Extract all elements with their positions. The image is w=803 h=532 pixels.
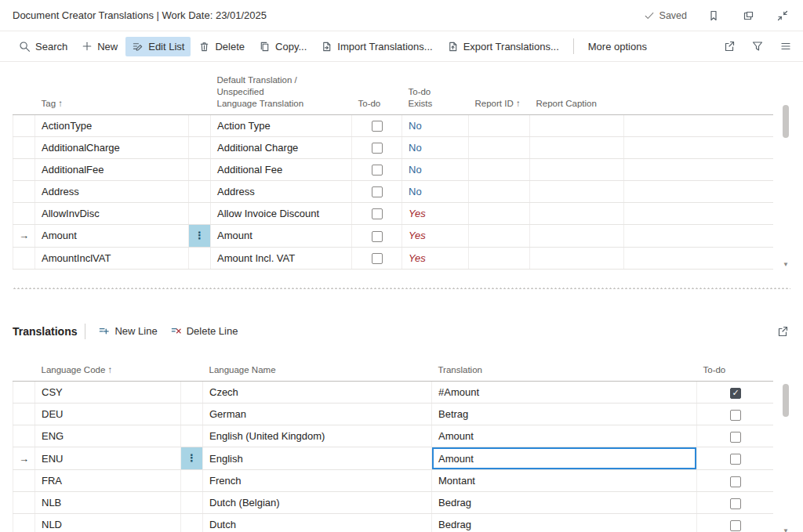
default-translation-cell[interactable]: Action Type — [211, 114, 352, 136]
language-code-cell[interactable]: CSY — [35, 382, 181, 404]
column-header-translation[interactable]: Translation — [432, 358, 697, 382]
report-id-cell[interactable] — [469, 224, 530, 247]
todo-exists-cell[interactable]: No — [402, 114, 469, 136]
todo-cell[interactable] — [697, 425, 774, 447]
translation-cell[interactable]: Betrag — [432, 404, 697, 425]
todo-exists-cell[interactable]: No — [402, 180, 469, 202]
main-grid-row[interactable]: →Amount⋮AmountYes — [13, 224, 774, 247]
report-id-cell[interactable] — [469, 158, 530, 180]
language-name-cell[interactable]: French — [203, 470, 432, 492]
report-id-cell[interactable] — [469, 136, 530, 158]
language-code-cell[interactable]: DEU — [35, 404, 181, 425]
open-in-new-window-button[interactable] — [740, 8, 756, 24]
main-grid-row[interactable]: ActionTypeAction TypeNo — [13, 114, 774, 136]
todo-checkbox[interactable] — [730, 388, 741, 399]
todo-cell[interactable] — [697, 404, 774, 425]
todo-cell[interactable] — [352, 114, 402, 136]
main-grid-scrollbar[interactable]: ▼ — [781, 103, 790, 269]
column-header-report-caption[interactable]: Report Caption — [530, 71, 624, 114]
report-id-cell[interactable] — [469, 180, 530, 202]
report-id-cell[interactable] — [469, 202, 530, 224]
language-code-cell[interactable]: ENU — [35, 447, 181, 470]
bookmark-button[interactable] — [706, 8, 721, 24]
more-options-button[interactable]: More options — [582, 37, 653, 56]
scroll-down-icon[interactable]: ▼ — [781, 527, 790, 532]
todo-cell[interactable] — [352, 224, 402, 247]
scroll-down-icon[interactable]: ▼ — [781, 261, 790, 269]
tag-cell[interactable]: AdditionalCharge — [35, 136, 189, 158]
row-ellipsis-icon[interactable]: ⋮ — [187, 452, 197, 464]
column-header-todo-exists[interactable]: To-do Exists — [402, 71, 469, 114]
todo-cell[interactable] — [697, 447, 774, 470]
default-translation-cell[interactable]: Allow Invoice Discount — [211, 202, 352, 224]
translations-grid-row[interactable]: DEUGermanBetrag — [13, 404, 774, 425]
edit-list-button[interactable]: Edit List — [125, 37, 191, 56]
translation-cell[interactable]: Montant — [432, 470, 697, 492]
default-translation-cell[interactable]: Additional Charge — [211, 136, 352, 158]
language-code-cell[interactable]: FRA — [35, 470, 181, 492]
report-caption-cell[interactable] — [530, 158, 624, 180]
todo-cell[interactable] — [697, 492, 774, 514]
todo-checkbox[interactable] — [372, 165, 383, 176]
language-name-cell[interactable]: English (United Kingdom) — [203, 425, 432, 447]
copy-button[interactable]: Copy... — [253, 37, 313, 56]
todo-checkbox[interactable] — [730, 432, 741, 443]
report-id-cell[interactable] — [469, 247, 530, 269]
column-header-default-translation[interactable]: Default Translation / Unspecified Langua… — [211, 71, 352, 114]
scrollbar-thumb[interactable] — [783, 105, 789, 138]
report-caption-cell[interactable] — [530, 114, 624, 136]
column-header-tag[interactable]: Tag ↑ — [35, 71, 189, 114]
report-id-cell[interactable] — [469, 114, 530, 136]
todo-checkbox[interactable] — [730, 476, 741, 487]
main-grid-row[interactable]: AdditionalChargeAdditional ChargeNo — [13, 136, 774, 158]
list-view-button[interactable] — [778, 38, 794, 54]
column-header-todo[interactable]: To-do — [352, 71, 402, 114]
tag-cell[interactable]: Address — [35, 180, 189, 202]
todo-cell[interactable] — [352, 158, 402, 180]
main-grid-row[interactable]: AmountInclVATAmount Incl. VATYes — [13, 247, 774, 269]
tag-cell[interactable]: Amount — [35, 224, 189, 247]
translations-grid-row[interactable]: CSYCzech#Amount — [13, 382, 774, 404]
todo-cell[interactable] — [697, 470, 774, 492]
default-translation-cell[interactable]: Amount Incl. VAT — [211, 247, 352, 269]
translation-cell[interactable]: Amount — [432, 425, 697, 447]
row-ellipsis-icon[interactable]: ⋮ — [194, 230, 205, 241]
todo-cell[interactable] — [352, 180, 402, 202]
todo-checkbox[interactable] — [730, 454, 741, 465]
column-header-report-id[interactable]: Report ID ↑ — [469, 71, 530, 114]
todo-cell[interactable] — [352, 136, 402, 158]
todo-checkbox[interactable] — [730, 410, 741, 421]
tag-cell[interactable]: AmountInclVAT — [35, 247, 189, 269]
tag-cell[interactable]: AllowInvDisc — [35, 202, 189, 224]
translation-cell[interactable]: Bedrag — [432, 514, 697, 532]
default-translation-cell[interactable]: Additional Fee — [211, 158, 352, 180]
language-code-cell[interactable]: NLD — [35, 514, 181, 532]
language-name-cell[interactable]: English — [203, 447, 432, 470]
column-header-todo[interactable]: To-do — [697, 358, 774, 382]
new-button[interactable]: New — [75, 37, 124, 56]
language-name-cell[interactable]: Czech — [203, 382, 432, 404]
default-translation-cell[interactable]: Amount — [211, 224, 352, 247]
search-button[interactable]: Search — [13, 37, 74, 56]
todo-checkbox[interactable] — [372, 143, 383, 154]
delete-button[interactable]: Delete — [192, 37, 251, 56]
todo-exists-cell[interactable]: No — [402, 136, 469, 158]
scrollbar-thumb[interactable] — [783, 384, 789, 417]
translations-share-button[interactable] — [775, 324, 790, 339]
todo-cell[interactable] — [697, 514, 774, 532]
filter-button[interactable] — [750, 38, 765, 54]
todo-exists-cell[interactable]: Yes — [402, 224, 469, 247]
todo-checkbox[interactable] — [372, 231, 383, 242]
todo-cell[interactable] — [697, 382, 774, 404]
language-code-cell[interactable]: NLB — [35, 492, 181, 514]
main-grid-row[interactable]: AdditionalFeeAdditional FeeNo — [13, 158, 774, 180]
language-code-cell[interactable]: ENG — [35, 425, 181, 447]
language-name-cell[interactable]: Dutch — [203, 514, 432, 532]
new-line-button[interactable]: New Line — [92, 322, 163, 340]
translations-grid-row[interactable]: ENGEnglish (United Kingdom)Amount — [13, 425, 774, 447]
translations-grid-row[interactable]: NLBDutch (Belgian)Bedrag — [13, 492, 774, 514]
todo-checkbox[interactable] — [372, 121, 383, 132]
row-options-cell[interactable]: ⋮ — [181, 447, 203, 470]
language-name-cell[interactable]: Dutch (Belgian) — [203, 492, 432, 514]
todo-exists-cell[interactable]: Yes — [402, 202, 469, 224]
